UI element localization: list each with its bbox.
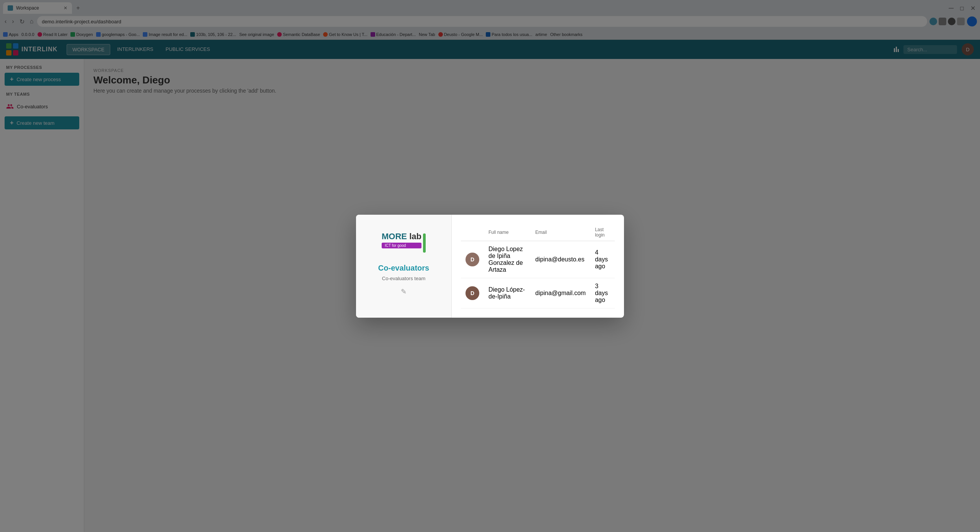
members-table-body: D Diego Lopez de Ipiña Gonzalez de Artaz… xyxy=(461,241,615,308)
member-name-cell-1: Diego Lopez de Ipiña Gonzalez de Artaza xyxy=(484,241,531,278)
member-email-cell-2: dipina@gmail.com xyxy=(531,278,590,308)
table-header: Full name Email Last login xyxy=(461,224,615,241)
col-email: Email xyxy=(531,224,590,241)
member-email-cell-1: dipina@deusto.es xyxy=(531,241,590,278)
member-email-2: dipina@gmail.com xyxy=(535,290,586,296)
modal-team-description: Co-evaluators team xyxy=(382,276,425,281)
member-email-1: dipina@deusto.es xyxy=(535,256,584,263)
col-full-name xyxy=(461,224,484,241)
team-logo: MORE lab ICT for good xyxy=(381,227,427,258)
table-row: D Diego López-de-Ipiña dipina@gmail.com … xyxy=(461,278,615,308)
member-last-login-1: 4 days ago xyxy=(595,249,608,269)
member-avatar-cell-2: D xyxy=(461,278,484,308)
team-modal: MORE lab ICT for good Co-evaluators Co-e… xyxy=(356,215,624,318)
member-avatar-1: D xyxy=(466,253,479,266)
member-avatar-cell-1: D xyxy=(461,241,484,278)
edit-team-icon[interactable]: ✎ xyxy=(401,287,407,296)
member-avatar-2: D xyxy=(466,286,479,300)
modal-team-name: Co-evaluators xyxy=(378,264,429,273)
modal-left-panel: MORE lab ICT for good Co-evaluators Co-e… xyxy=(356,215,452,318)
members-table: Full name Email Last login D Diego Lopez… xyxy=(461,224,615,308)
member-last-login-cell-1: 4 days ago xyxy=(590,241,615,278)
member-name-2: Diego López-de-Ipiña xyxy=(488,286,525,300)
modal-right-panel: Full name Email Last login D Diego Lopez… xyxy=(452,215,624,318)
table-row: D Diego Lopez de Ipiña Gonzalez de Artaz… xyxy=(461,241,615,278)
member-last-login-2: 3 days ago xyxy=(595,283,608,303)
logo-green-bar xyxy=(423,233,426,253)
more-lab-logo-text: MORE lab xyxy=(382,232,421,241)
modal-overlay[interactable]: MORE lab ICT for good Co-evaluators Co-e… xyxy=(0,0,980,532)
member-last-login-cell-2: 3 days ago xyxy=(590,278,615,308)
col-full-name-label: Full name xyxy=(484,224,531,241)
member-name-cell-2: Diego López-de-Ipiña xyxy=(484,278,531,308)
col-last-login: Last login xyxy=(590,224,615,241)
member-name-1: Diego Lopez de Ipiña Gonzalez de Artaza xyxy=(488,246,523,273)
ict-badge: ICT for good xyxy=(382,243,421,248)
